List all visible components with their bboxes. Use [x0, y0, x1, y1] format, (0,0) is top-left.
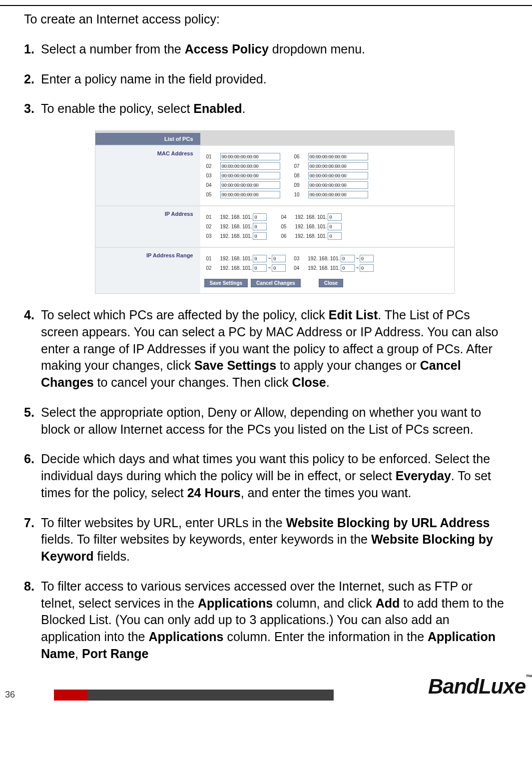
mac-idx: 06: [294, 153, 307, 160]
ip-octet-input[interactable]: [253, 232, 267, 240]
range-prefix: 192. 168. 101.: [220, 255, 252, 262]
range-from-input[interactable]: [341, 255, 355, 262]
close-button[interactable]: Close: [319, 279, 343, 287]
range-from-input[interactable]: [253, 255, 267, 262]
step-2-text: Enter a policy name in the field provide…: [41, 72, 267, 86]
s8b: Applications: [198, 596, 273, 610]
ip-idx: 01: [206, 213, 219, 221]
mac-idx: 04: [206, 181, 219, 189]
step-1-bold: Access Policy: [185, 42, 269, 56]
step-8: To filter access to various services acc…: [24, 578, 508, 663]
step-1: Select a number from the Access Policy d…: [24, 41, 508, 58]
ip-prefix: 192. 168. 101.: [220, 213, 252, 221]
ip-octet-input[interactable]: [328, 213, 342, 221]
tilde: ~: [268, 255, 271, 262]
mac-idx: 10: [294, 191, 307, 198]
mac-input[interactable]: [220, 162, 280, 170]
s4g: to cancel your changes. Then click: [94, 375, 292, 389]
mac-idx: 01: [206, 153, 219, 160]
s7a: To filter websites by URL, enter URLs in…: [41, 516, 286, 530]
save-settings-button[interactable]: Save Settings: [204, 279, 248, 287]
tilde: ~: [356, 264, 359, 272]
ip-octet-input[interactable]: [328, 223, 342, 230]
s4h: Close: [292, 375, 326, 389]
mac-input[interactable]: [220, 191, 280, 198]
s7c: fields. To filter websites by keywords, …: [41, 532, 371, 546]
mac-input[interactable]: [308, 162, 368, 170]
range-idx: 01: [206, 255, 219, 262]
s8g: column. Enter the information in the: [223, 630, 428, 644]
range-to-input[interactable]: [272, 255, 286, 262]
s8i: ,: [75, 647, 82, 661]
ip-octet-input[interactable]: [328, 232, 342, 240]
list-of-pcs-panel: List of PCs MAC Address 01 02 03 04: [95, 130, 455, 294]
s7e: fields.: [94, 549, 130, 563]
step-2: Enter a policy name in the field provide…: [24, 71, 508, 88]
range-to-input[interactable]: [360, 255, 374, 262]
range-prefix: 192. 168. 101.: [220, 264, 252, 272]
range-idx: 03: [294, 255, 307, 262]
cancel-changes-button[interactable]: Cancel Changes: [251, 279, 301, 287]
trademark-symbol: ™: [526, 673, 532, 681]
mac-input[interactable]: [308, 181, 368, 189]
mac-idx: 07: [294, 162, 307, 170]
mac-input[interactable]: [308, 172, 368, 179]
range-from-input[interactable]: [341, 264, 355, 272]
range-to-input[interactable]: [360, 264, 374, 272]
ip-idx: 03: [206, 232, 219, 240]
s8f: Applications: [148, 630, 223, 644]
ip-prefix: 192. 168. 101.: [295, 213, 327, 221]
steps-list: Select a number from the Access Policy d…: [24, 41, 508, 663]
ip-prefix: 192. 168. 101.: [295, 223, 327, 230]
ip-idx: 04: [281, 213, 294, 221]
tilde: ~: [356, 255, 359, 262]
intro-text: To create an Internet access policy:: [24, 11, 508, 28]
mac-input[interactable]: [220, 172, 280, 179]
ip-idx: 05: [281, 223, 294, 230]
mac-idx: 05: [206, 191, 219, 198]
mac-input[interactable]: [220, 181, 280, 189]
mac-input[interactable]: [308, 153, 368, 160]
step-5: Select the appropriate option, Deny or A…: [24, 404, 508, 438]
brand-logo: BandLuxe™: [428, 675, 532, 698]
mac-idx: 09: [294, 181, 307, 189]
step-1-text-a: Select a number from the: [41, 42, 185, 56]
s4d: Save Settings: [194, 358, 276, 372]
s4b: Edit List: [329, 308, 378, 322]
ip-octet-input[interactable]: [253, 213, 267, 221]
page-footer: 36 BandLuxe™: [0, 673, 532, 701]
s8d: Add: [376, 596, 400, 610]
ip-address-label: IP Address: [95, 206, 200, 247]
mac-input[interactable]: [308, 191, 368, 198]
ip-idx: 06: [281, 232, 294, 240]
s6e: , and enter the times you want.: [241, 486, 412, 500]
range-from-input[interactable]: [253, 264, 267, 272]
step-3-bold: Enabled: [193, 101, 242, 115]
s8c: column, and click: [273, 596, 376, 610]
step-4: To select which PCs are affected by the …: [24, 307, 508, 391]
ip-idx: 02: [206, 223, 219, 230]
range-to-input[interactable]: [272, 264, 286, 272]
step-5-text: Select the appropriate option, Deny or A…: [41, 405, 481, 436]
mac-input[interactable]: [220, 153, 280, 160]
ip-prefix: 192. 168. 101.: [220, 232, 252, 240]
step-1-text-c: dropdown menu.: [269, 42, 365, 56]
mac-idx: 08: [294, 172, 307, 179]
s8j: Port Range: [82, 647, 148, 661]
range-idx: 04: [294, 264, 307, 272]
range-prefix: 192. 168. 101.: [308, 264, 340, 272]
s4e: to apply your changes or: [276, 358, 420, 372]
mac-idx: 03: [206, 172, 219, 179]
brand-text: BandLuxe: [428, 675, 526, 698]
screenshot-figure: List of PCs MAC Address 01 02 03 04: [41, 130, 508, 294]
step-3-text-a: To enable the policy, select: [41, 101, 193, 115]
ip-octet-input[interactable]: [253, 223, 267, 230]
mac-address-label: MAC Address: [95, 146, 200, 205]
s4i: .: [326, 375, 330, 389]
tilde: ~: [268, 264, 271, 272]
panel-header: List of PCs: [95, 133, 200, 145]
s7b: Website Blocking by URL Address: [286, 516, 490, 530]
ip-prefix: 192. 168. 101.: [220, 223, 252, 230]
footer-stripe: [54, 690, 334, 701]
page-number: 36: [0, 689, 15, 701]
